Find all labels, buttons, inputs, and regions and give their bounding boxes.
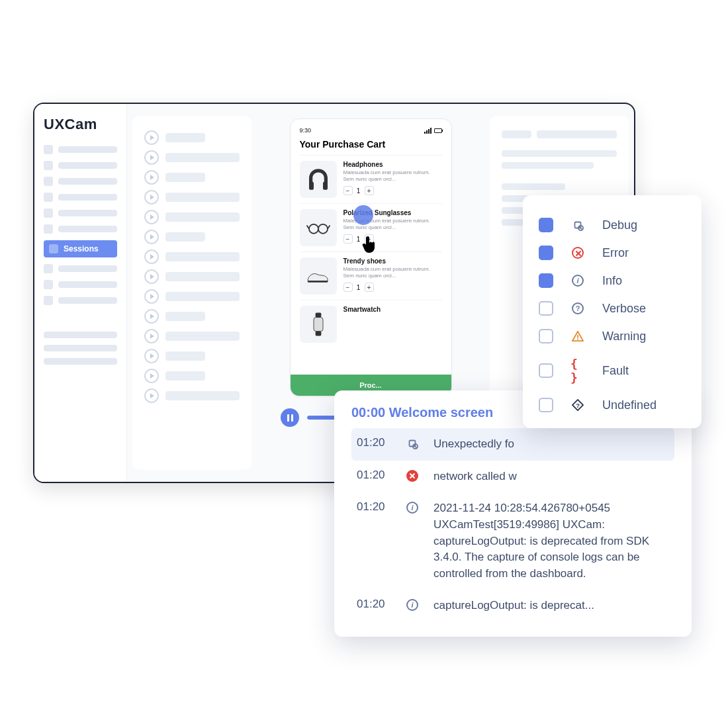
play-icon <box>144 369 159 383</box>
filter-label: Error <box>602 246 629 260</box>
filter-label: Fault <box>602 364 629 378</box>
debug-icon <box>406 436 419 449</box>
log-timestamp: 01:20 <box>357 598 391 611</box>
signal-icon <box>424 128 432 134</box>
verbose-icon: ? <box>570 302 585 314</box>
cart-item[interactable]: Smartwatch <box>300 300 442 348</box>
log-row[interactable]: 01:20 Unexpectedly fo <box>351 428 674 461</box>
nav-item-placeholder[interactable] <box>44 208 117 218</box>
svg-rect-11 <box>577 335 578 338</box>
checkbox-icon[interactable] <box>539 273 553 288</box>
sessions-icon <box>49 244 58 253</box>
product-thumb-smartwatch <box>300 306 337 343</box>
filter-item-warning[interactable]: Warning <box>539 322 686 350</box>
checkbox-icon[interactable] <box>539 398 553 412</box>
logo: UXCam <box>44 113 117 145</box>
checkbox-icon[interactable] <box>539 301 553 316</box>
session-list-item[interactable] <box>144 388 240 403</box>
log-timestamp: 01:20 <box>357 469 391 482</box>
qty-minus-button[interactable]: − <box>343 234 353 244</box>
session-list-item[interactable] <box>144 210 240 224</box>
product-name: Trendy shoes <box>343 257 442 265</box>
session-list-item[interactable] <box>144 349 240 363</box>
play-icon <box>144 269 159 284</box>
session-list-item[interactable] <box>144 130 240 145</box>
filter-item-undefined[interactable]: ? Undefined <box>539 391 686 419</box>
svg-rect-6 <box>315 332 321 336</box>
battery-icon <box>434 128 442 133</box>
checkbox-icon[interactable] <box>539 218 553 232</box>
session-list <box>132 116 251 470</box>
error-icon <box>406 469 419 482</box>
play-icon <box>144 130 159 145</box>
nav-item-placeholder[interactable] <box>44 177 117 186</box>
nav-item-placeholder[interactable] <box>44 280 117 289</box>
svg-text:?: ? <box>576 402 580 409</box>
pause-button[interactable] <box>281 408 299 427</box>
svg-point-3 <box>318 224 328 234</box>
session-list-item[interactable] <box>144 269 240 284</box>
filter-label: Warning <box>602 330 646 343</box>
product-desc: Malesuada cum erat posuere rutrum. Sem n… <box>343 169 442 182</box>
filter-label: Info <box>602 274 622 288</box>
device-clock: 9:30 <box>300 127 312 134</box>
play-icon <box>144 388 159 403</box>
cart-title: Your Purchase Cart <box>300 139 442 150</box>
session-list-item[interactable] <box>144 329 240 343</box>
nav-item-placeholder[interactable] <box>44 264 117 273</box>
session-list-item[interactable] <box>144 190 240 205</box>
play-icon <box>144 170 159 185</box>
cart-item[interactable]: Trendy shoes Malesuada cum erat posuere … <box>300 251 442 300</box>
nav-item-placeholder[interactable] <box>44 224 117 234</box>
product-thumb-headphones <box>300 161 337 198</box>
filter-item-error[interactable]: Error <box>539 239 686 267</box>
product-name: Smartwatch <box>343 306 442 313</box>
filter-item-info[interactable]: i Info <box>539 267 686 295</box>
session-list-item[interactable] <box>144 250 240 264</box>
nav-item-placeholder[interactable] <box>44 332 117 338</box>
log-row[interactable]: 01:20 i 2021-11-24 10:28:54.426780+0545 … <box>351 492 674 590</box>
nav-item-placeholder[interactable] <box>44 193 117 202</box>
log-row[interactable]: 01:20 i captureLogOutput: is deprecat... <box>351 590 674 622</box>
nav-item-placeholder[interactable] <box>44 161 117 170</box>
warning-icon <box>570 330 585 342</box>
session-list-item[interactable] <box>144 289 240 304</box>
qty-value: 1 <box>355 236 362 243</box>
filter-label: Undefined <box>602 398 657 412</box>
qty-plus-button[interactable]: + <box>365 283 374 292</box>
filter-item-fault[interactable]: { } Fault <box>539 350 686 391</box>
qty-minus-button[interactable]: − <box>343 186 353 195</box>
session-list-item[interactable] <box>144 170 240 185</box>
log-row[interactable]: 01:20 network called w <box>351 461 674 493</box>
sidebar-item-sessions[interactable]: Sessions <box>44 240 117 257</box>
checkbox-icon[interactable] <box>539 363 553 378</box>
nav-item-placeholder[interactable] <box>44 358 117 365</box>
device-statusbar: 9:30 <box>300 127 442 134</box>
product-name: Headphones <box>343 161 442 168</box>
nav-label: Sessions <box>64 244 99 253</box>
session-list-item[interactable] <box>144 150 240 165</box>
log-message: Unexpectedly fo <box>433 436 669 453</box>
session-list-item[interactable] <box>144 369 240 383</box>
play-icon <box>144 250 159 264</box>
sidebar: UXCam Sessions <box>34 104 127 482</box>
filter-item-debug[interactable]: Debug <box>539 211 686 239</box>
cart-item[interactable]: Headphones Malesuada cum erat posuere ru… <box>300 155 442 203</box>
qty-minus-button[interactable]: − <box>343 283 353 292</box>
debug-icon <box>570 219 585 231</box>
qty-value: 1 <box>355 284 362 291</box>
checkbox-icon[interactable] <box>539 329 553 343</box>
svg-rect-12 <box>577 339 578 340</box>
log-filter-panel: Debug Error i Info ? Verbose Warning { }… <box>523 195 702 428</box>
nav-item-placeholder[interactable] <box>44 345 117 351</box>
svg-rect-4 <box>314 318 323 332</box>
nav-item-placeholder[interactable] <box>44 296 117 305</box>
nav-item-placeholder[interactable] <box>44 145 117 154</box>
session-list-item[interactable] <box>144 309 240 324</box>
svg-rect-5 <box>315 313 321 318</box>
filter-item-verbose[interactable]: ? Verbose <box>539 295 686 322</box>
qty-plus-button[interactable]: + <box>365 186 374 195</box>
checkbox-icon[interactable] <box>539 246 553 260</box>
log-message: 2021-11-24 10:28:54.426780+0545 UXCamTes… <box>433 500 669 582</box>
session-list-item[interactable] <box>144 230 240 244</box>
